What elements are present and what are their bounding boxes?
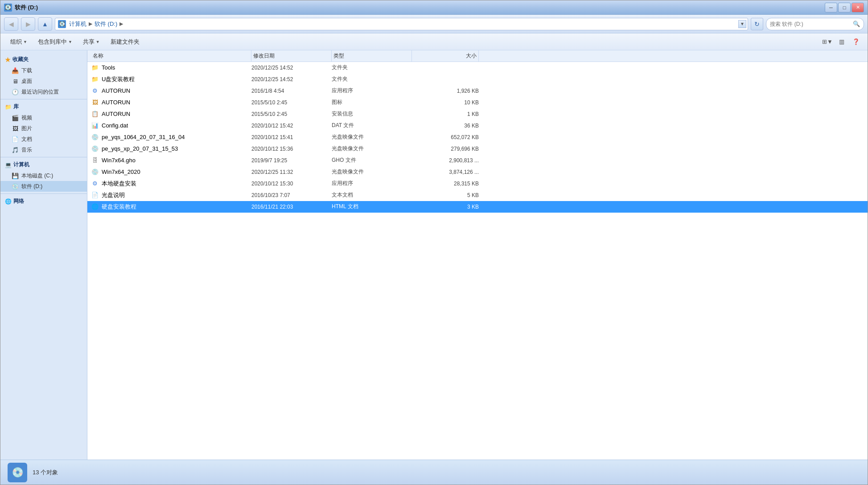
file-name-text: AUTORUN — [102, 111, 130, 117]
file-name-cell: 📁 Tools — [91, 64, 251, 72]
file-name-text: Tools — [102, 64, 115, 71]
sidebar-divider-1 — [0, 99, 87, 99]
address-dropdown-button[interactable]: ▼ — [738, 20, 746, 28]
sidebar-item-recent[interactable]: 🕐 最近访问的位置 — [0, 86, 87, 97]
titlebar: 💽 软件 (D:) ─ □ ✕ — [0, 0, 868, 15]
file-type-cell: 文件夹 — [332, 75, 412, 83]
sidebar-item-documents[interactable]: 📄 文档 — [0, 134, 87, 144]
sidebar-network-section: 🌐 网络 — [0, 196, 87, 207]
file-icon: 📁 — [91, 64, 99, 72]
table-row[interactable]: 💿 pe_yqs_1064_20_07_31_16_04 2020/10/12 … — [87, 132, 868, 143]
window-title: 软件 (D:) — [15, 4, 38, 12]
file-icon: 💿 — [91, 133, 99, 141]
up-button[interactable]: ▲ — [38, 17, 52, 31]
sidebar-item-drive-c[interactable]: 💾 本地磁盘 (C:) — [0, 170, 87, 181]
help-button[interactable]: ❓ — [850, 36, 862, 48]
share-arrow: ▼ — [96, 40, 100, 44]
table-row[interactable]: 🗄 Win7x64.gho 2019/9/7 19:25 GHO 文件 2,90… — [87, 155, 868, 166]
file-name-cell: 💿 pe_yqs_xp_20_07_31_15_53 — [91, 145, 251, 153]
file-type-cell: 应用程序 — [332, 180, 412, 187]
maximize-button[interactable]: □ — [838, 3, 851, 12]
refresh-button[interactable]: ↻ — [751, 18, 763, 30]
file-name-cell: 📄 光盘说明 — [91, 191, 251, 199]
file-date-cell: 2016/1/8 4:54 — [251, 88, 332, 94]
preview-pane-button[interactable]: ▥ — [835, 36, 848, 48]
file-name-cell: 📋 AUTORUN — [91, 110, 251, 118]
table-row[interactable]: 📄 光盘说明 2016/10/23 7:07 文本文档 5 KB — [87, 189, 868, 201]
file-size-cell: 36 KB — [412, 123, 479, 129]
table-row[interactable]: 📊 Config.dat 2020/10/12 15:42 DAT 文件 36 … — [87, 120, 868, 132]
window-controls: ─ □ ✕ — [825, 3, 864, 12]
sidebar-favorites-section: ★ 收藏夹 📥 下载 🖥 桌面 🕐 最近访问的位置 — [0, 54, 87, 97]
share-button[interactable]: 共享 ▼ — [78, 36, 104, 48]
file-date-cell: 2020/10/12 15:30 — [251, 181, 332, 187]
file-type-cell: 光盘映像文件 — [332, 133, 412, 141]
drive-d-icon: 💿 — [11, 182, 19, 190]
file-icon: ⚙ — [91, 180, 99, 188]
main-content: ★ 收藏夹 📥 下载 🖥 桌面 🕐 最近访问的位置 — [0, 50, 868, 460]
table-row[interactable]: 📋 AUTORUN 2015/5/10 2:45 安装信息 1 KB — [87, 108, 868, 120]
file-type-cell: 安装信息 — [332, 110, 412, 118]
search-input[interactable] — [770, 21, 851, 27]
file-list-header: 名称 修改日期 类型 大小 — [87, 50, 868, 62]
close-button[interactable]: ✕ — [852, 3, 864, 12]
sidebar-item-pictures[interactable]: 🖼 图片 — [0, 123, 87, 134]
file-date-cell: 2016/11/21 22:03 — [251, 204, 332, 210]
file-type-cell: 光盘映像文件 — [332, 145, 412, 152]
new-folder-button[interactable]: 新建文件夹 — [106, 36, 144, 48]
include-library-button[interactable]: 包含到库中 ▼ — [33, 36, 77, 48]
sidebar-item-downloads[interactable]: 📥 下载 — [0, 65, 87, 76]
file-date-cell: 2020/12/25 14:52 — [251, 65, 332, 71]
table-row[interactable]: 🖼 AUTORUN 2015/5/10 2:45 图标 10 KB — [87, 97, 868, 108]
search-bar[interactable]: 🔍 — [766, 18, 864, 30]
forward-button[interactable]: ▶ — [21, 17, 35, 31]
sidebar-item-drive-d[interactable]: 💿 软件 (D:) — [0, 181, 87, 192]
sidebar-network-header[interactable]: 🌐 网络 — [0, 196, 87, 207]
file-name-cell: 🗄 Win7x64.gho — [91, 156, 251, 164]
titlebar-left: 💽 软件 (D:) — [4, 4, 38, 12]
column-header-type[interactable]: 类型 — [332, 50, 412, 62]
column-header-date[interactable]: 修改日期 — [251, 50, 332, 62]
minimize-button[interactable]: ─ — [825, 3, 837, 12]
table-row[interactable]: 💿 Win7x64_2020 2020/12/25 11:32 光盘映像文件 3… — [87, 166, 868, 178]
file-date-cell: 2019/9/7 19:25 — [251, 157, 332, 164]
file-date-cell: 2015/5/10 2:45 — [251, 99, 332, 106]
file-size-cell: 1 KB — [412, 111, 479, 117]
file-icon: 🖼 — [91, 99, 99, 107]
table-row[interactable]: 💿 pe_yqs_xp_20_07_31_15_53 2020/10/12 15… — [87, 143, 868, 155]
toolbar-right: ⊞▼ ▥ ❓ — [821, 36, 862, 48]
sidebar-library-header[interactable]: 📁 库 — [0, 101, 87, 112]
path-separator-1: ▶ — [89, 21, 92, 27]
address-bar[interactable]: 💽 计算机 ▶ 软件 (D:) ▶ ▼ — [55, 18, 748, 30]
file-name-text: AUTORUN — [102, 99, 130, 106]
sidebar-item-music[interactable]: 🎵 音乐 — [0, 144, 87, 155]
file-name-cell: ⚙ AUTORUN — [91, 87, 251, 95]
back-button[interactable]: ◀ — [4, 17, 18, 31]
table-row[interactable]: 📁 U盘安装教程 2020/12/25 14:52 文件夹 — [87, 74, 868, 85]
table-row[interactable]: 📁 Tools 2020/12/25 14:52 文件夹 — [87, 62, 868, 74]
table-row[interactable]: ⚙ AUTORUN 2016/1/8 4:54 应用程序 1,926 KB — [87, 85, 868, 97]
table-row[interactable]: ⚙ 本地硬盘安装 2020/10/12 15:30 应用程序 28,315 KB — [87, 178, 868, 189]
file-date-cell: 2020/10/12 15:42 — [251, 123, 332, 129]
sidebar-divider-3 — [0, 193, 87, 194]
file-type-cell: 图标 — [332, 99, 412, 106]
file-type-cell: 应用程序 — [332, 87, 412, 95]
organize-button[interactable]: 组织 ▼ — [6, 36, 32, 48]
sidebar-favorites-header[interactable]: ★ 收藏夹 — [0, 54, 87, 65]
window-icon: 💽 — [4, 4, 12, 12]
video-icon: 🎬 — [11, 114, 19, 122]
address-path: 计算机 ▶ 软件 (D:) ▶ — [68, 20, 736, 29]
documents-icon: 📄 — [11, 135, 19, 143]
path-computer[interactable]: 计算机 — [68, 20, 88, 29]
table-row[interactable]: 🌐 硬盘安装教程 2016/11/21 22:03 HTML 文档 3 KB — [87, 201, 868, 213]
column-header-name[interactable]: 名称 — [91, 50, 251, 62]
search-icon[interactable]: 🔍 — [853, 21, 860, 27]
path-drive[interactable]: 软件 (D:) — [93, 20, 119, 29]
file-date-cell: 2020/10/12 15:36 — [251, 146, 332, 152]
sidebar-item-video[interactable]: 🎬 视频 — [0, 112, 87, 123]
view-options-button[interactable]: ⊞▼ — [821, 36, 834, 48]
column-header-size[interactable]: 大小 — [412, 50, 479, 62]
sidebar-computer-header[interactable]: 💻 计算机 — [0, 159, 87, 170]
pictures-icon: 🖼 — [11, 124, 19, 132]
sidebar-item-desktop[interactable]: 🖥 桌面 — [0, 76, 87, 86]
